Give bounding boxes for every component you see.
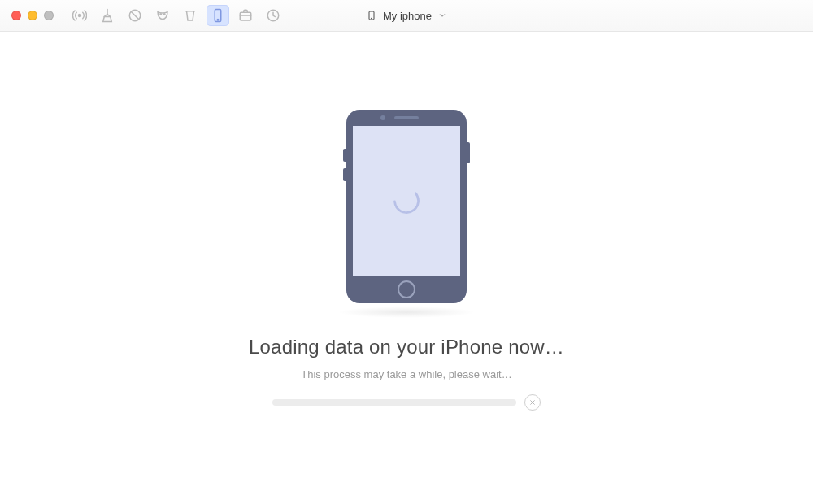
toolbar-tabs xyxy=(68,5,285,26)
history-icon[interactable] xyxy=(262,5,285,26)
svg-rect-6 xyxy=(240,12,251,20)
clock-icon[interactable] xyxy=(124,5,146,26)
cup-icon[interactable] xyxy=(179,5,202,26)
cancel-button[interactable] xyxy=(524,394,541,411)
briefcase-icon[interactable] xyxy=(234,5,257,26)
svg-point-3 xyxy=(164,14,166,15)
window-minimize-button[interactable] xyxy=(28,11,37,20)
status-headline: Loading data on your iPhone now… xyxy=(0,336,813,358)
progress-bar xyxy=(272,399,516,406)
window-toolbar: My iphone xyxy=(0,0,813,32)
window-zoom-button[interactable] xyxy=(44,11,54,20)
phone-small-icon xyxy=(367,9,376,22)
close-icon xyxy=(529,399,536,406)
device-icon[interactable] xyxy=(207,5,229,26)
phone-shadow xyxy=(337,306,476,318)
svg-point-5 xyxy=(217,20,219,21)
chevron-down-icon xyxy=(438,11,446,20)
broadcast-icon[interactable] xyxy=(68,5,91,26)
svg-point-2 xyxy=(160,14,162,15)
mask-icon[interactable] xyxy=(151,5,174,26)
status-subline: This process may take a while, please wa… xyxy=(0,368,813,380)
clean-icon[interactable] xyxy=(96,5,119,26)
phone-illustration xyxy=(346,110,467,303)
window-controls xyxy=(0,0,54,31)
window-close-button[interactable] xyxy=(11,11,21,20)
svg-point-10 xyxy=(390,185,423,217)
svg-point-9 xyxy=(372,18,372,19)
svg-point-0 xyxy=(79,15,81,17)
device-selector[interactable]: My iphone xyxy=(367,9,446,22)
device-selector-label: My iphone xyxy=(383,10,432,22)
main-content: Loading data on your iPhone now… This pr… xyxy=(0,32,813,504)
loading-spinner-icon xyxy=(390,185,423,217)
progress-row xyxy=(272,394,541,411)
